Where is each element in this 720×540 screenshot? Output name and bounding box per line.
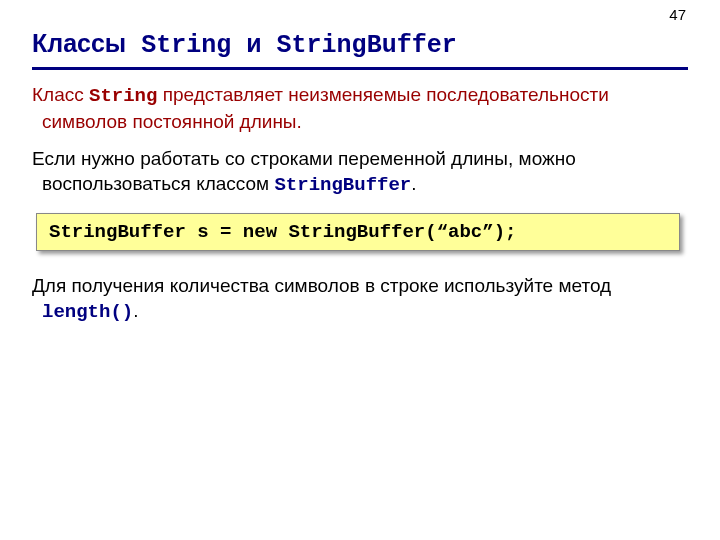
title-code-stringbuffer: StringBuffer bbox=[262, 31, 457, 60]
title-word-klassy: Классы bbox=[32, 29, 126, 57]
text-run: . bbox=[133, 300, 138, 321]
slide-title: Классы String и StringBuffer bbox=[32, 28, 688, 70]
code-length: length() bbox=[42, 301, 133, 323]
paragraph-length-desc: Для получения количества символов в стро… bbox=[32, 273, 688, 325]
paragraph-string-desc: Класс String представляет неизменяемые п… bbox=[32, 82, 688, 134]
title-word-i: и bbox=[246, 29, 261, 57]
slide: 47 Классы String и StringBuffer Класс St… bbox=[0, 0, 720, 540]
text-run: Для получения количества символов в стро… bbox=[32, 275, 611, 296]
text-run: . bbox=[411, 173, 416, 194]
code-stringbuffer: StringBuffer bbox=[274, 174, 411, 196]
code-line: StringBuffer s = new StringBuffer(“abc”)… bbox=[49, 221, 516, 243]
code-string: String bbox=[89, 85, 157, 107]
title-code-string: String bbox=[126, 31, 246, 60]
text-run: Класс bbox=[32, 84, 89, 105]
paragraph-stringbuffer-desc: Если нужно работать со строками переменн… bbox=[32, 146, 688, 198]
page-number: 47 bbox=[669, 6, 686, 23]
code-example-box: StringBuffer s = new StringBuffer(“abc”)… bbox=[36, 213, 680, 251]
